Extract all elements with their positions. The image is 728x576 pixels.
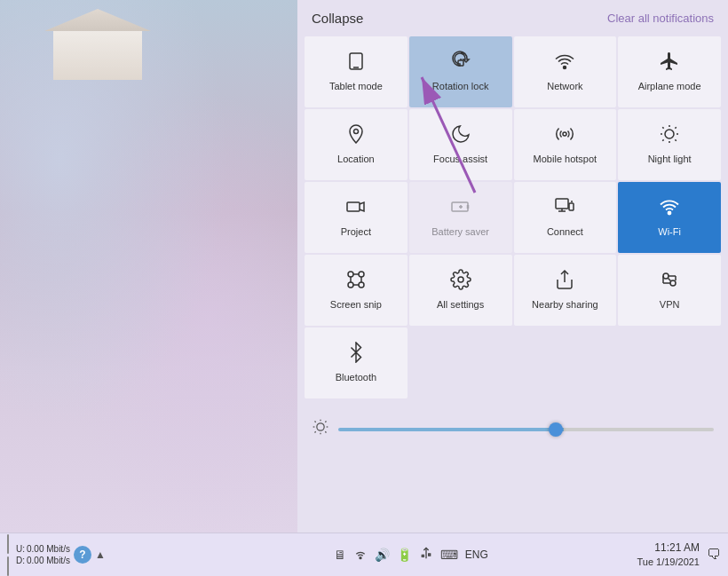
tile-network[interactable]: Network — [514, 36, 617, 107]
tile-focus-assist[interactable]: Focus assist — [409, 109, 512, 180]
tile-all-settings-label: All settings — [437, 299, 484, 311]
tile-network-label: Network — [547, 81, 582, 92]
action-center-header: Collapse Clear all notifications — [297, 0, 728, 33]
network-speeds: U: 0.00 Mbit/s D: 0.00 Mbit/s — [16, 544, 70, 565]
all-settings-icon — [450, 269, 471, 294]
svg-line-51 — [325, 422, 326, 422]
tile-screen-snip-label: Screen snip — [330, 299, 382, 311]
svg-line-47 — [325, 431, 326, 432]
volume-icon[interactable]: 🔊 — [375, 548, 390, 562]
svg-line-10 — [662, 128, 663, 129]
signal-bars — [7, 534, 9, 576]
tile-nearby-sharing[interactable]: Nearby sharing — [514, 255, 617, 326]
taskbar-system-icons: 🖥 🔊 🔋 ⌨ ENG — [185, 547, 637, 564]
tile-mobile-hotspot-label: Mobile hotspot — [534, 154, 597, 165]
bluetooth-icon — [345, 342, 367, 367]
svg-point-27 — [359, 282, 364, 288]
svg-point-52 — [360, 556, 361, 558]
taskbar-left: U: 0.00 Mbit/s D: 0.00 Mbit/s ? ▲ — [7, 534, 185, 576]
help-icon[interactable]: ? — [74, 546, 91, 564]
tile-rotation-lock[interactable]: Rotation lock — [409, 36, 512, 107]
svg-line-11 — [675, 140, 676, 141]
svg-line-14 — [662, 140, 663, 141]
connect-icon — [554, 196, 575, 221]
tile-project[interactable]: Project — [305, 182, 408, 253]
tile-wifi-label: Wi-Fi — [658, 226, 681, 238]
brightness-section — [297, 406, 728, 453]
svg-point-4 — [564, 67, 566, 69]
chevron-up-icon[interactable]: ▲ — [95, 548, 106, 561]
svg-line-50 — [315, 431, 316, 432]
clear-all-button[interactable]: Clear all notifications — [607, 12, 714, 25]
tile-vpn-label: VPN — [660, 299, 680, 311]
nearby-sharing-icon — [554, 269, 575, 294]
download-label: D: — [16, 556, 25, 565]
wifi-taskbar-icon[interactable] — [353, 547, 368, 564]
tile-battery-saver[interactable]: Battery saver — [409, 182, 512, 253]
focus-assist-icon — [450, 123, 471, 148]
tile-bluetooth[interactable]: Bluetooth — [305, 327, 408, 398]
usb-icon[interactable] — [419, 547, 433, 564]
tile-focus-assist-label: Focus assist — [433, 154, 487, 165]
clock[interactable]: 11:21 AM Tue 1/19/2021 — [637, 540, 700, 569]
empty-tile-2 — [514, 327, 617, 398]
svg-line-15 — [675, 128, 676, 129]
svg-point-43 — [317, 423, 324, 430]
battery-taskbar-icon[interactable]: 🔋 — [397, 548, 412, 562]
building — [53, 27, 142, 80]
svg-rect-16 — [347, 202, 360, 211]
brightness-slider[interactable] — [338, 428, 714, 431]
tiles-grid: Tablet mode Rotation lock — [297, 33, 728, 402]
language-label[interactable]: ENG — [465, 548, 488, 561]
tiles-area: Tablet mode Rotation lock — [297, 33, 728, 402]
tile-wifi[interactable]: Wi-Fi — [618, 182, 721, 253]
svg-rect-21 — [569, 203, 574, 210]
battery-saver-icon — [450, 196, 471, 221]
wallpaper — [0, 0, 297, 533]
tile-location-label: Location — [337, 154, 375, 165]
taskbar: U: 0.00 Mbit/s D: 0.00 Mbit/s ? ▲ 🖥 🔊 🔋 — [0, 533, 728, 576]
tile-airplane-mode-label: Airplane mode — [638, 81, 701, 92]
tile-project-label: Project — [341, 226, 371, 238]
airplane-mode-icon — [659, 51, 680, 75]
tile-night-light[interactable]: Night light — [618, 109, 721, 180]
upload-speed: 0.00 Mbit/s — [27, 544, 70, 554]
download-speed: 0.00 Mbit/s — [27, 556, 70, 565]
location-icon — [345, 123, 367, 148]
svg-point-34 — [663, 273, 669, 279]
svg-point-35 — [670, 280, 676, 286]
keyboard-icon[interactable]: ⌨ — [440, 548, 458, 562]
brightness-icon — [312, 418, 329, 440]
night-light-icon — [659, 123, 680, 148]
time-display: 11:21 AM — [654, 540, 700, 556]
rotation-lock-icon — [450, 51, 471, 75]
svg-point-26 — [348, 282, 353, 288]
mobile-hotspot-icon — [554, 123, 575, 148]
tile-vpn[interactable]: VPN — [618, 255, 721, 326]
brightness-thumb[interactable] — [549, 422, 563, 437]
empty-tile-1 — [409, 327, 512, 398]
svg-point-5 — [353, 130, 358, 134]
tile-bluetooth-label: Bluetooth — [336, 372, 376, 383]
monitor-icon[interactable]: 🖥 — [334, 548, 346, 562]
tile-tablet-mode[interactable]: Tablet mode — [305, 36, 408, 107]
tile-connect-label: Connect — [547, 226, 583, 238]
tile-airplane-mode[interactable]: Airplane mode — [618, 36, 721, 107]
svg-rect-18 — [556, 199, 568, 209]
svg-point-23 — [669, 212, 671, 215]
vpn-icon — [659, 269, 680, 294]
tile-nearby-sharing-label: Nearby sharing — [532, 299, 598, 311]
svg-rect-2 — [458, 60, 463, 66]
tile-screen-snip[interactable]: Screen snip — [305, 255, 408, 326]
svg-point-24 — [348, 272, 353, 277]
tile-mobile-hotspot[interactable]: Mobile hotspot — [514, 109, 617, 180]
project-icon — [345, 196, 367, 221]
collapse-button[interactable]: Collapse — [312, 11, 363, 26]
svg-point-6 — [563, 132, 566, 136]
tile-location[interactable]: Location — [305, 109, 408, 180]
screen-snip-icon — [345, 269, 367, 294]
tablet-mode-icon — [345, 51, 367, 75]
notification-center-icon[interactable]: 🗨 — [707, 547, 721, 563]
tile-connect[interactable]: Connect — [514, 182, 617, 253]
tile-all-settings[interactable]: All settings — [409, 255, 512, 326]
